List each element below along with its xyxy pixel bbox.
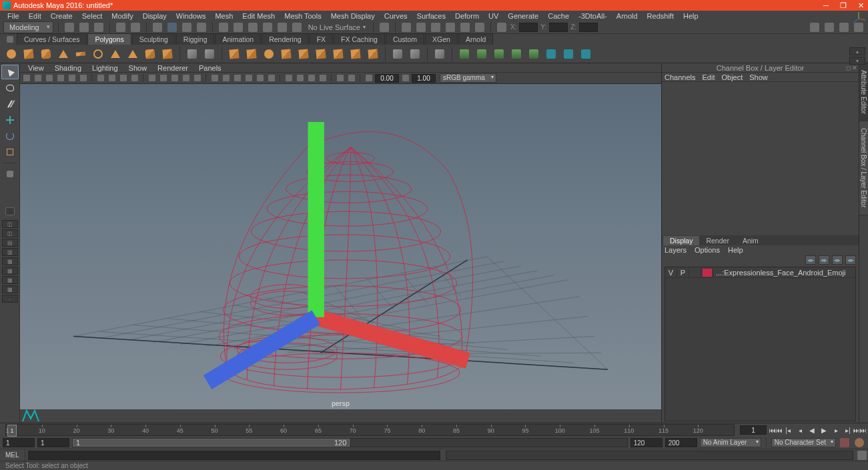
bevel-icon[interactable] — [366, 47, 380, 61]
menu-windows[interactable]: Windows — [171, 12, 211, 20]
make-live-icon[interactable] — [291, 21, 303, 33]
move-tool[interactable] — [1, 113, 19, 127]
snap-point-icon[interactable] — [247, 21, 259, 33]
playback-start-field[interactable] — [37, 438, 69, 447]
shelf-tab-arnold[interactable]: Arnold — [458, 33, 493, 45]
menu-mesh-display[interactable]: Mesh Display — [326, 12, 380, 20]
panel-menu-lighting[interactable]: Lighting — [87, 64, 123, 72]
separate-icon[interactable] — [244, 47, 259, 61]
extrude-icon[interactable] — [331, 47, 346, 61]
poly-plane-icon[interactable] — [73, 47, 88, 61]
render-view-icon[interactable] — [459, 21, 471, 33]
new-scene-icon[interactable] — [63, 21, 75, 33]
shelf-scroll-up-icon[interactable]: ▴ — [849, 47, 865, 55]
target-weld-icon[interactable] — [408, 47, 422, 61]
select-object-icon[interactable] — [166, 21, 178, 33]
play-forward-icon[interactable]: ▶ — [819, 425, 829, 435]
history-toggle-icon[interactable] — [378, 21, 390, 33]
menu-edit[interactable]: Edit — [24, 12, 46, 20]
shelf-tab-rendering[interactable]: Rendering — [262, 33, 308, 45]
layer-move-down-icon[interactable]: ◂▸ — [819, 255, 829, 265]
menu-select[interactable]: Select — [77, 12, 107, 20]
layout-preset-7[interactable]: ▦ — [2, 276, 18, 284]
poly-type-icon[interactable] — [185, 47, 199, 61]
layer-list[interactable]: V P ...:Expressionless_Face_Android_Emoj… — [665, 267, 856, 421]
layer-menu-help[interactable]: Help — [728, 246, 743, 254]
view-compass-icon[interactable] — [851, 11, 867, 27]
menu-display[interactable]: Display — [138, 12, 171, 20]
menu-mesh[interactable]: Mesh — [210, 12, 238, 20]
new-layer-icon[interactable]: ◂▸ — [832, 255, 843, 265]
menu-set-selector[interactable]: Modeling — [3, 21, 53, 33]
menu-uv[interactable]: UV — [484, 12, 503, 20]
multicut-icon[interactable] — [390, 47, 405, 61]
layout-preset-4[interactable]: ▥ — [2, 248, 18, 256]
time-slider[interactable]: 1 11020304045505560657075808590951001051… — [0, 423, 868, 437]
uv-snapshot-icon[interactable] — [561, 47, 576, 61]
poly-cube-icon[interactable] — [21, 47, 36, 61]
shelf-tab-curves-surfaces[interactable]: Curves / Surfaces — [17, 33, 87, 45]
single-pane-layout[interactable] — [1, 204, 19, 219]
redo-icon[interactable] — [129, 21, 141, 33]
script-lang-toggle[interactable]: MEL — [0, 449, 25, 461]
uv-auto-icon[interactable] — [509, 47, 524, 61]
panel-menu-show[interactable]: Show — [123, 64, 153, 72]
combine-icon[interactable] — [227, 47, 242, 61]
cb-menu-show[interactable]: Show — [749, 73, 768, 81]
mirror-icon[interactable] — [296, 47, 311, 61]
layer-type-toggle[interactable] — [689, 268, 701, 277]
menu-curves[interactable]: Curves — [380, 12, 412, 20]
poly-svg-icon[interactable] — [202, 47, 217, 61]
select-uv-icon[interactable] — [195, 21, 207, 33]
layer-menu-options[interactable]: Options — [695, 246, 720, 254]
menu-mesh-tools[interactable]: Mesh Tools — [280, 12, 326, 20]
snap-curve-icon[interactable] — [232, 21, 244, 33]
panel-menu-shading[interactable]: Shading — [49, 64, 87, 72]
step-forward-icon[interactable]: ▸ — [831, 425, 841, 435]
cb-menu-edit[interactable]: Edit — [702, 73, 715, 81]
layout-preset-1[interactable]: ◫ — [2, 220, 18, 228]
uv-cylinder-icon[interactable] — [474, 47, 489, 61]
menu-redshift[interactable]: Redshift — [642, 12, 679, 20]
character-set-select[interactable]: No Character Set — [771, 438, 836, 447]
layout-preset-3[interactable]: ▤ — [2, 239, 18, 247]
layer-playback-toggle[interactable]: P — [677, 268, 689, 277]
panel-menu-view[interactable]: View — [23, 64, 49, 72]
menu-file[interactable]: File — [3, 12, 24, 20]
maximize-button[interactable]: ❐ — [839, 1, 848, 9]
anim-layer-select[interactable]: No Anim Layer — [700, 438, 761, 447]
layer-color-swatch[interactable] — [701, 268, 713, 277]
menu--3dtoall-[interactable]: -3DtoAll- — [574, 12, 612, 20]
menu-arnold[interactable]: Arnold — [612, 12, 642, 20]
sculpt-icon[interactable] — [432, 47, 447, 61]
hypershade-icon[interactable] — [444, 21, 456, 33]
xyz-icon[interactable] — [496, 21, 508, 33]
current-frame-field[interactable] — [740, 425, 767, 435]
axis-x-field[interactable] — [519, 23, 538, 32]
select-mode-icon[interactable] — [151, 21, 163, 33]
poly-torus-icon[interactable] — [91, 47, 105, 61]
undo-icon[interactable] — [115, 21, 127, 33]
menu-deform[interactable]: Deform — [450, 12, 484, 20]
select-tool[interactable] — [1, 65, 19, 79]
poly-pyramid-icon[interactable] — [125, 47, 140, 61]
menu-create[interactable]: Create — [46, 12, 77, 20]
render-icon[interactable] — [400, 21, 412, 33]
script-editor-icon[interactable] — [856, 450, 868, 461]
anim-start-field[interactable] — [3, 438, 35, 447]
poly-cylinder-icon[interactable] — [39, 47, 53, 61]
pane-layout-1-icon[interactable] — [809, 21, 821, 33]
go-to-end-icon[interactable]: ⏭⏭ — [855, 425, 865, 435]
go-to-start-icon[interactable]: ⏮⏮ — [771, 425, 781, 435]
panel-close-icon[interactable]: ✕ — [852, 65, 857, 71]
axis-z-field[interactable] — [579, 23, 598, 32]
layout-preset-8[interactable]: ▦ — [2, 285, 18, 293]
layer-move-up-icon[interactable]: ◂▸ — [805, 255, 816, 265]
open-scene-icon[interactable] — [78, 21, 90, 33]
anim-end-field[interactable] — [665, 438, 697, 447]
perspective-viewport[interactable]: persp — [20, 84, 661, 409]
ipr-render-icon[interactable] — [415, 21, 427, 33]
rotate-tool[interactable] — [1, 129, 19, 143]
shelf-tab-fx-caching[interactable]: FX Caching — [334, 33, 385, 45]
poly-pipe-icon[interactable] — [143, 47, 157, 61]
